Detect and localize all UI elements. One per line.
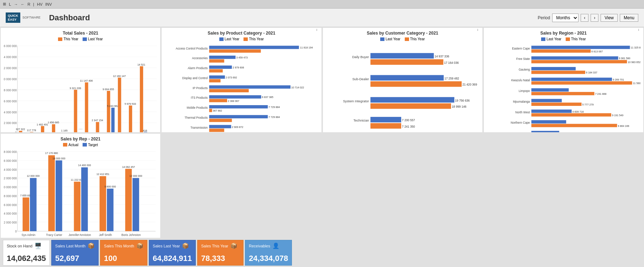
svg-text:4 000 000: 4 000 000	[4, 212, 17, 215]
nav-r[interactable]: R	[27, 2, 30, 6]
svg-rect-25	[52, 124, 55, 132]
svg-text:9 600 000: 9 600 000	[104, 185, 116, 188]
svg-rect-60	[209, 46, 299, 49]
legend-customer-this: This Year	[405, 37, 425, 41]
svg-text:11 818 194: 11 818 194	[300, 46, 313, 49]
period-next-button[interactable]: ›	[591, 14, 598, 22]
svg-text:Jeff Smith: Jeff Smith	[99, 233, 112, 236]
svg-rect-226	[125, 169, 132, 231]
svg-rect-169	[531, 109, 571, 113]
svg-text:1 856 685: 1 856 685	[48, 121, 59, 124]
header-controls: Period Months ‹ › View Menu	[538, 14, 638, 22]
svg-text:1 462 491: 1 462 491	[37, 123, 48, 126]
sales-by-customer-panel: Sales by Customer Category - 2021 Last Y…	[323, 28, 482, 132]
nav-forward[interactable]: →	[14, 2, 18, 6]
svg-text:Limpopo: Limpopo	[519, 89, 530, 93]
svg-text:IP Products: IP Products	[193, 87, 208, 90]
svg-text:Transmission: Transmission	[190, 126, 208, 129]
nav-sep1: |	[33, 2, 34, 6]
svg-rect-156	[531, 78, 612, 81]
nav-l[interactable]: L	[9, 2, 11, 6]
svg-rect-152	[531, 67, 576, 70]
svg-text:2 347 154: 2 347 154	[91, 119, 103, 122]
sales-last-month-label: Sales Last Month 📦	[55, 242, 95, 249]
svg-text:Access Control Products: Access Control Products	[176, 47, 208, 50]
legend-region-this: This Year	[566, 37, 586, 41]
sales-by-rep-legend: Actual Target	[4, 143, 157, 147]
svg-text:16 000 000: 16 000 000	[4, 159, 17, 163]
total-sales-chart-area: 16 000 000 14 000 000 12 000 000 10 000 …	[4, 42, 157, 132]
stock-on-hand-card: Stock on Hand 🖥️ 14,062,435	[3, 240, 50, 266]
receivables-label: Receivables 👤	[249, 242, 288, 249]
total-sales-panel: Total Sales - 2021 This Year Last Year 1…	[1, 28, 160, 132]
svg-text:19 756 636: 19 756 636	[455, 99, 470, 102]
svg-text:17 164 036: 17 164 036	[444, 61, 459, 65]
legend-actual-label: Actual	[68, 143, 78, 147]
region-chart-svg: Eastern Cape 11 325 852 6 813 067 Free S…	[487, 42, 640, 132]
product-chart-svg: Access Control Products 11 818 194 Acces…	[164, 42, 318, 132]
period-prev-button[interactable]: ‹	[581, 14, 588, 22]
svg-text:12 000 000: 12 000 000	[27, 174, 40, 178]
svg-text:Tracy Carter: Tracy Carter	[46, 233, 62, 236]
legend-orange	[244, 37, 248, 41]
nav-grid-icon[interactable]: ⊞	[3, 2, 6, 6]
svg-text:14 000 000: 14 000 000	[4, 168, 17, 171]
svg-rect-117	[370, 59, 443, 65]
svg-rect-87	[209, 109, 212, 112]
svg-rect-96	[209, 129, 224, 132]
svg-rect-23	[41, 126, 44, 132]
dashboard-grid: Total Sales - 2021 This Year Last Year 1…	[0, 27, 644, 238]
legend-blue-box	[83, 37, 87, 41]
svg-text:14 521: 14 521	[137, 63, 145, 66]
svg-text:Gauteng: Gauteng	[519, 68, 530, 71]
svg-rect-216	[56, 160, 62, 231]
svg-text:7 729 884: 7 729 884	[269, 106, 280, 109]
region-more-icon[interactable]: ···	[636, 29, 642, 31]
svg-text:0: 0	[15, 131, 17, 132]
svg-rect-122	[370, 81, 461, 87]
sales-last-month-value: 52,697	[55, 254, 95, 263]
customer-more-icon[interactable]: ···	[475, 29, 481, 31]
svg-text:16 000 000: 16 000 000	[52, 156, 65, 160]
total-sales-ellipsis[interactable]: ···	[78, 126, 83, 132]
sales-by-product-title: Sales by Product Category - 2021	[164, 31, 318, 36]
svg-text:Northern Cape: Northern Cape	[511, 121, 530, 124]
period-select[interactable]: Months	[552, 14, 578, 22]
menu-button[interactable]: Menu	[620, 14, 638, 22]
svg-rect-158	[531, 81, 632, 84]
legend-last-year: Last Year	[83, 37, 103, 41]
logo-text: SOFTWARE	[22, 16, 41, 20]
sales-last-year-label: Sales Last Year 📦	[153, 242, 192, 249]
view-button[interactable]: View	[601, 14, 618, 22]
nav-back[interactable]: ←	[21, 2, 25, 6]
logo-box: QUICKEASY	[6, 12, 20, 23]
page-title: Dashboard	[49, 13, 538, 22]
svg-rect-162	[531, 92, 594, 95]
legend-actual: Actual	[63, 143, 78, 147]
legend-this-year: This Year	[58, 37, 78, 41]
sales-this-year-card: Sales This Year 📦 78,333	[197, 240, 244, 266]
svg-text:Display and Control: Display and Control	[182, 77, 208, 80]
nav-hv[interactable]: HV	[37, 2, 42, 6]
sales-by-rep-panel: Sales by Rep - 2021 Actual Target 18 000…	[1, 134, 160, 238]
svg-text:11 325 852: 11 325 852	[630, 46, 640, 49]
top-navigation: ⊞ L → ← R | HV INV	[0, 0, 644, 9]
svg-rect-149	[531, 60, 627, 63]
svg-text:2 000 000: 2 000 000	[4, 221, 17, 224]
svg-text:5 243 962: 5 243 962	[107, 104, 119, 108]
svg-rect-39	[118, 78, 121, 132]
rep-chart-svg: 18 000 000 16 000 000 14 000 000 12 000 …	[4, 148, 157, 238]
rep-ellipsis[interactable]: ···	[78, 231, 83, 237]
svg-rect-62	[209, 50, 261, 53]
svg-rect-29	[74, 90, 77, 132]
receivables-label-text: Receivables	[249, 244, 270, 248]
nav-inv[interactable]: INV	[45, 2, 52, 6]
svg-rect-144	[531, 50, 591, 53]
svg-rect-212	[30, 178, 37, 231]
product-more-icon[interactable]: ···	[314, 29, 320, 31]
svg-text:Mpumalanga: Mpumalanga	[513, 100, 530, 103]
svg-text:3 459 473: 3 459 473	[236, 56, 248, 59]
legend-customer-this-label: This Year	[410, 37, 425, 41]
legend-region-this-label: This Year	[571, 37, 586, 41]
receivables-card: Receivables 👤 24,334,078	[245, 240, 292, 266]
